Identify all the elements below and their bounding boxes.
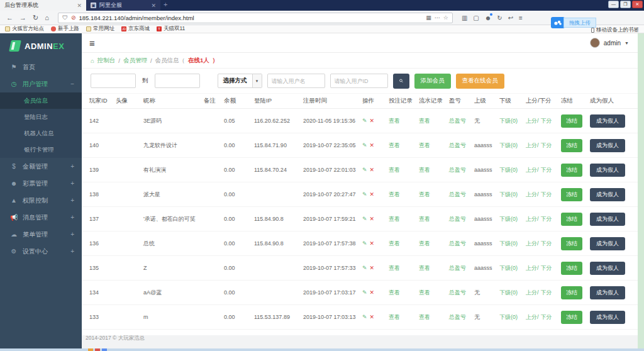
subordinate-link[interactable]: 下级(0): [499, 289, 526, 297]
freeze-button[interactable]: 冻结: [561, 188, 582, 201]
flow-record-link[interactable]: 查看: [419, 117, 449, 125]
freeze-button[interactable]: 冻结: [561, 237, 582, 250]
range-start-input[interactable]: [91, 74, 136, 88]
shield-icon[interactable]: 🛡: [62, 14, 68, 21]
tracking-blocked-icon[interactable]: ⊘: [71, 14, 76, 21]
profit-link[interactable]: 总盈亏: [449, 313, 474, 321]
deduct-score-link[interactable]: 下分: [541, 264, 552, 272]
edit-icon[interactable]: ✎: [362, 289, 367, 296]
become-fake-button[interactable]: 成为假人: [590, 237, 625, 250]
flow-record-link[interactable]: 查看: [419, 289, 449, 297]
add-score-link[interactable]: 上分/: [526, 142, 539, 150]
bookmark-item[interactable]: T天猫双11: [157, 25, 185, 33]
sidebar-item-home[interactable]: ⚑ 首页: [0, 58, 82, 75]
maximize-button[interactable]: ❐: [620, 1, 631, 8]
flow-record-link[interactable]: 查看: [419, 191, 449, 199]
bookmark-item[interactable]: 常用网址: [86, 25, 114, 33]
undo-icon[interactable]: ↩: [508, 14, 513, 21]
freeze-button[interactable]: 冻结: [561, 164, 582, 177]
bet-record-link[interactable]: 查看: [389, 117, 419, 125]
add-score-link[interactable]: 上分/: [526, 117, 539, 125]
profit-link[interactable]: 总盈亏: [449, 240, 474, 248]
bet-record-link[interactable]: 查看: [389, 166, 419, 174]
profit-link[interactable]: 总盈亏: [449, 166, 474, 174]
freeze-button[interactable]: 冻结: [561, 335, 582, 336]
edit-icon[interactable]: ✎: [362, 240, 367, 247]
new-tab-button[interactable]: +: [164, 1, 167, 8]
library-icon[interactable]: ▥: [462, 14, 467, 21]
range-end-input[interactable]: [155, 74, 200, 88]
sync-icon[interactable]: ↻: [497, 14, 502, 21]
deduct-score-link[interactable]: 下分: [541, 191, 552, 199]
become-fake-button[interactable]: 成为假人: [590, 188, 625, 201]
bet-record-link[interactable]: 查看: [389, 240, 419, 248]
delete-icon[interactable]: ✕: [370, 191, 375, 198]
delete-icon[interactable]: ✕: [370, 216, 375, 222]
add-score-link[interactable]: 上分/: [526, 264, 539, 272]
home-icon[interactable]: ⌂: [45, 14, 49, 21]
edit-icon[interactable]: ✎: [362, 118, 367, 124]
bet-record-link[interactable]: 查看: [389, 313, 419, 321]
subordinate-link[interactable]: 下级(0): [499, 240, 526, 248]
forward-icon[interactable]: →: [19, 14, 26, 21]
edit-icon[interactable]: ✎: [362, 216, 367, 222]
edit-icon[interactable]: ✎: [362, 142, 367, 148]
freeze-button[interactable]: 冻结: [561, 311, 582, 324]
deduct-score-link[interactable]: 下分: [541, 215, 552, 223]
flow-record-link[interactable]: 查看: [419, 142, 449, 150]
bet-record-link[interactable]: 查看: [389, 215, 419, 223]
become-fake-button[interactable]: 成为假人: [590, 311, 625, 324]
become-fake-button[interactable]: 成为假人: [590, 262, 625, 275]
qr-code-icon[interactable]: ▦: [426, 14, 431, 21]
sidebar-item-message-mgmt[interactable]: 📢 消息管理 +: [0, 209, 82, 226]
profit-link[interactable]: 总盈亏: [449, 191, 474, 199]
deduct-score-link[interactable]: 下分: [541, 289, 552, 297]
freeze-button[interactable]: 冻结: [561, 114, 582, 128]
add-score-link[interactable]: 上分/: [526, 191, 539, 199]
profit-link[interactable]: 总盈亏: [449, 142, 474, 150]
add-score-link[interactable]: 上分/: [526, 166, 539, 174]
logo[interactable]: ADMINEX: [0, 33, 82, 58]
view-online-button[interactable]: 查看在线会员: [456, 74, 504, 89]
deduct-score-link[interactable]: 下分: [541, 117, 552, 125]
bet-record-link[interactable]: 查看: [389, 191, 419, 199]
become-fake-button[interactable]: 成为假人: [590, 139, 625, 152]
hamburger-icon[interactable]: ≡: [89, 38, 95, 48]
address-bar[interactable]: 🛡 ⊘ 185.184.221.140/admin/member/index.h…: [58, 13, 453, 23]
become-fake-button[interactable]: 成为假人: [590, 164, 625, 177]
profit-link[interactable]: 总盈亏: [449, 215, 474, 223]
reload-icon[interactable]: ↻: [33, 14, 38, 22]
userid-input[interactable]: [330, 74, 388, 88]
edit-icon[interactable]: ✎: [362, 265, 367, 271]
sidebar-toggle-icon[interactable]: ▢: [473, 14, 479, 21]
more-icon[interactable]: ⋯: [435, 14, 440, 21]
subordinate-link[interactable]: 下级(0): [499, 191, 526, 199]
delete-icon[interactable]: ✕: [370, 167, 375, 173]
profit-link[interactable]: 总盈亏: [449, 264, 474, 272]
browser-tab-active[interactable]: 后台管理系统 ✕: [0, 0, 86, 11]
become-fake-button[interactable]: 成为假人: [590, 213, 625, 226]
netdisk-icon[interactable]: [551, 17, 565, 28]
browser-tab-inactive[interactable]: ▣ 阿里全服 ✕: [86, 0, 160, 11]
breadcrumb-member-mgmt[interactable]: 会员管理: [123, 57, 147, 65]
scrollbar-track[interactable]: [638, 33, 644, 348]
edit-icon[interactable]: ✎: [362, 191, 367, 198]
edit-icon[interactable]: ✎: [362, 314, 367, 320]
sidebar-item-lottery-mgmt[interactable]: ☻ 彩票管理 +: [0, 175, 82, 192]
become-fake-button[interactable]: 成为假人: [590, 114, 625, 128]
account-icon[interactable]: ☻: [485, 14, 492, 21]
flow-record-link[interactable]: 查看: [419, 166, 449, 174]
delete-icon[interactable]: ✕: [370, 240, 375, 247]
bet-record-link[interactable]: 查看: [389, 142, 419, 150]
tab-close-icon[interactable]: ✕: [77, 3, 82, 9]
profit-link[interactable]: 总盈亏: [449, 289, 474, 297]
subordinate-link[interactable]: 下级(0): [499, 166, 526, 174]
user-menu[interactable]: admin ▼: [590, 38, 629, 48]
freeze-button[interactable]: 冻结: [561, 139, 582, 152]
subordinate-link[interactable]: 下级(0): [499, 142, 526, 150]
sidebar-item-member-info[interactable]: 会员信息: [0, 92, 82, 109]
deduct-score-link[interactable]: 下分: [541, 142, 552, 150]
search-button[interactable]: [393, 74, 409, 89]
breadcrumb-console[interactable]: 控制台: [97, 57, 116, 65]
deduct-score-link[interactable]: 下分: [541, 313, 552, 321]
